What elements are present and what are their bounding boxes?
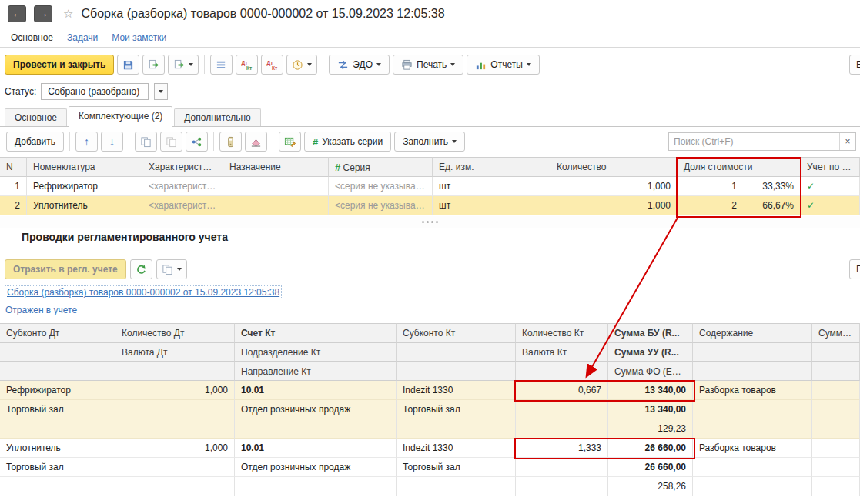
document-structure-button[interactable]: [210, 55, 233, 75]
create-based-button[interactable]: [142, 55, 165, 75]
refresh-button[interactable]: [130, 259, 152, 279]
favorite-star-icon[interactable]: ☆: [63, 7, 73, 21]
print-button[interactable]: Печать: [393, 55, 463, 75]
column-header-gtd[interactable]: Учет по ГТД: [801, 157, 860, 177]
status-combobox[interactable]: Собрано (разобрано): [41, 83, 149, 100]
document-link[interactable]: Сборка (разборка) товаров 0000-000002 от…: [5, 286, 281, 299]
postings-toolbar: Отразить в регл. учете Е: [0, 257, 860, 282]
status-dropdown-button[interactable]: [154, 83, 168, 100]
cell-n: 1: [0, 177, 27, 196]
series-hash-icon: #: [335, 162, 340, 173]
create-based-menu-button[interactable]: [168, 55, 199, 75]
toolbar-separator: [213, 132, 214, 151]
chevron-down-icon: [189, 63, 193, 66]
column-header-sum-n[interactable]: Сумма Н: [812, 323, 860, 342]
nav-item-tasks[interactable]: Задачи: [67, 32, 98, 43]
paste-row-button[interactable]: [160, 132, 182, 152]
handheld-icon: [225, 136, 236, 148]
tab-additional[interactable]: Дополнительно: [174, 108, 260, 126]
save-button[interactable]: [117, 55, 139, 75]
column-header-department-kt: Подразделение Кт: [235, 342, 397, 362]
column-header-qty-dt[interactable]: Количество Дт: [115, 323, 235, 342]
nav-item-main[interactable]: Основное: [11, 32, 53, 43]
move-down-button[interactable]: ↓: [101, 132, 123, 152]
fill-button[interactable]: Заполнить: [394, 132, 465, 152]
share-button[interactable]: [186, 132, 208, 152]
section-nav: Основное Задачи Мои заметки: [0, 28, 860, 48]
postings-header-row-3: Направление Кт Сумма ФО (EUR): [0, 362, 860, 381]
column-header-currency-dt: Валюта Дт: [115, 342, 235, 362]
column-header-quantity[interactable]: Количество: [550, 157, 678, 177]
cell-nomenclature: Уплотнитель: [27, 196, 142, 215]
table-row[interactable]: 1 Рефрижиратор <характеристики... <серия…: [0, 177, 860, 196]
specify-series-label: Указать серии: [322, 136, 383, 147]
table-row[interactable]: Торговый зал Отдел розничных продаж Торг…: [0, 458, 860, 477]
add-row-button[interactable]: Добавить: [6, 132, 64, 152]
table-row[interactable]: 258,26: [0, 477, 860, 496]
copy-icon: [140, 136, 152, 148]
nav-item-notes[interactable]: Мои заметки: [112, 32, 166, 43]
table-row-selected[interactable]: 2 Уплотнитель <характеристики... <серия …: [0, 196, 860, 215]
table-row[interactable]: Торговый зал Отдел розничных продаж Торг…: [0, 400, 860, 419]
edo-button[interactable]: ЭДО: [329, 55, 390, 75]
copy-menu-button[interactable]: [156, 259, 187, 279]
status-label: Статус:: [5, 86, 36, 97]
edit-table-button[interactable]: [279, 132, 301, 152]
edo-icon: [337, 59, 349, 71]
forward-button[interactable]: →: [34, 5, 52, 22]
reports-label: Отчеты: [490, 59, 522, 70]
cell-cost-share: 133,33%: [678, 177, 801, 196]
chevron-down-icon: [177, 268, 182, 271]
cell-characteristic: <характеристики...: [142, 177, 223, 196]
move-up-button[interactable]: ↑: [75, 132, 98, 152]
column-header-unit[interactable]: Ед. изм.: [433, 157, 550, 177]
column-header-content[interactable]: Содержание: [693, 323, 812, 342]
tab-components[interactable]: Комплектующие (2): [69, 106, 172, 127]
chevron-down-icon: [376, 63, 381, 66]
cell-cost-share: 266,67%: [678, 196, 801, 215]
toolbar-separator: [204, 55, 205, 74]
show-postings-button[interactable]: ДтКт: [236, 55, 258, 75]
splitter[interactable]: [0, 216, 860, 228]
column-header-n[interactable]: N: [0, 157, 27, 177]
copy-row-button[interactable]: [135, 132, 157, 152]
column-header-cost-share[interactable]: Доля стоимости: [678, 157, 801, 177]
clear-button[interactable]: [245, 132, 267, 152]
back-button[interactable]: ←: [8, 5, 26, 22]
series-hash-icon: #: [313, 136, 318, 148]
column-header-sum-bu[interactable]: Сумма БУ (R...: [608, 323, 693, 342]
column-header-qty-kt[interactable]: Количество Кт: [516, 323, 608, 342]
column-header-series[interactable]: # Серия: [329, 157, 433, 177]
reflect-button[interactable]: Отразить в регл. учете: [5, 259, 126, 279]
debit-credit-doc-icon: ДтКт: [266, 59, 279, 71]
column-header-nomenclature[interactable]: Номенклатура: [27, 157, 142, 177]
table-row[interactable]: 129,23: [0, 419, 860, 439]
scheduled-tasks-button[interactable]: [286, 55, 317, 75]
more-button[interactable]: Е: [849, 259, 860, 279]
post-and-close-button[interactable]: Провести и закрыть: [5, 55, 114, 75]
reports-button[interactable]: Отчеты: [467, 55, 539, 75]
clear-search-button[interactable]: ×: [839, 133, 855, 150]
specify-series-button[interactable]: #Указать серии: [304, 132, 391, 152]
cell-unit: шт: [433, 196, 550, 215]
cell-characteristic: <характеристики...: [142, 196, 223, 215]
reflected-status-link[interactable]: Отражен в учете: [5, 305, 77, 315]
reports-icon: [475, 59, 487, 71]
more-button[interactable]: Е: [849, 55, 860, 75]
tab-main[interactable]: Основное: [5, 108, 67, 126]
cell-nomenclature: Рефрижиратор: [27, 177, 142, 196]
table-row[interactable]: Уплотнитель 1,000 10.01 Indezit 1330 1,3…: [0, 439, 860, 458]
column-header-purpose[interactable]: Назначение: [223, 157, 329, 177]
postings-table: Субконто Дт Количество Дт Счет Кт Субкон…: [0, 323, 860, 496]
table-row[interactable]: Рефрижиратор 1,000 10.01 Indezit 1330 0,…: [0, 381, 860, 400]
postings-report-button[interactable]: ДтКт: [261, 55, 283, 75]
window-header: ← → ☆ Сборка (разборка) товаров 0000-000…: [0, 0, 860, 28]
chevron-down-icon: [159, 90, 163, 93]
column-header-characteristic[interactable]: Характеристика: [142, 157, 223, 177]
refresh-icon: [136, 264, 147, 275]
column-header-account-kt[interactable]: Счет Кт: [235, 323, 397, 342]
search-input[interactable]: [669, 136, 839, 147]
data-terminal-button[interactable]: [219, 132, 242, 152]
column-header-subconto-kt[interactable]: Субконто Кт: [397, 323, 516, 342]
column-header-subconto-dt[interactable]: Субконто Дт: [0, 323, 115, 342]
